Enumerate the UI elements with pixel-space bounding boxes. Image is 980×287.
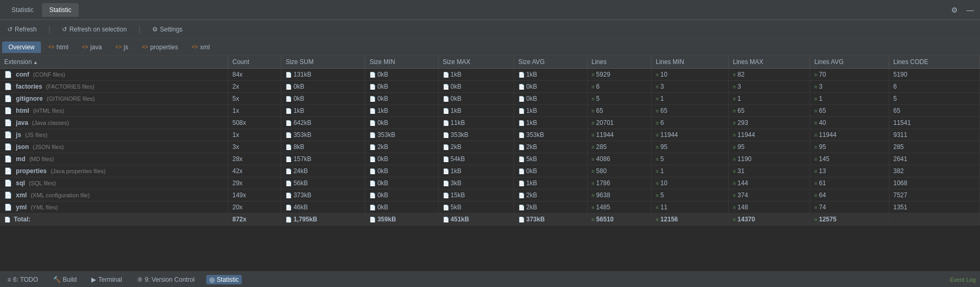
file-icon-4: 📄	[4, 119, 12, 126]
tab-properties[interactable]: <> properties	[135, 41, 184, 53]
tab-xml[interactable]: <> xml	[186, 41, 216, 53]
cell-size-min-1: 📄0kB	[365, 81, 438, 93]
bottom-bar: ≡ 6: TODO 🔨 Build ▶ Terminal ⑨ 9: Versio…	[0, 271, 980, 287]
tab-html[interactable]: <> html	[42, 41, 74, 53]
cell-lines-min-11: ≡11	[652, 201, 729, 214]
cell-count-1: 2x	[228, 81, 281, 93]
table-row[interactable]: 📄 yml (YML files) 20x 📄46kB 📄0kB 📄5kB 📄2…	[0, 201, 980, 214]
file-icon-0: 📄	[4, 71, 12, 78]
cell-size-avg-9: 📄1kB	[514, 177, 587, 189]
col-header-size-min[interactable]: Size MIN	[365, 56, 438, 69]
tab-js[interactable]: <> js	[109, 41, 134, 53]
cell-size-max-7: 📄54kB	[438, 153, 514, 165]
cell-lines-5: ≡11944	[587, 129, 652, 141]
event-log[interactable]: Event Log	[950, 277, 976, 283]
tab-xml-icon: <>	[192, 44, 198, 50]
cell-size-avg-5: 📄353kB	[514, 129, 587, 141]
tab-properties-label: properties	[150, 44, 178, 51]
cell-lines-max-7: ≡1190	[728, 153, 809, 165]
cell-lines-min-10: ≡5	[652, 189, 729, 201]
table-row[interactable]: 📄 java (Java classes) 508x 📄642kB 📄0kB 📄…	[0, 117, 980, 129]
cell-lines-8: ≡580	[587, 165, 652, 177]
table-row[interactable]: 📄 sql (SQL files) 29x 📄56kB 📄0kB 📄3kB 📄1…	[0, 177, 980, 189]
file-icon-11: 📄	[4, 204, 12, 211]
separator-1: |	[48, 25, 50, 34]
settings-button[interactable]: ⚙ Settings	[149, 24, 186, 35]
cell-count-9: 29x	[228, 177, 281, 189]
total-lines-max: ≡14370	[728, 214, 809, 226]
cell-size-max-11: 📄5kB	[438, 201, 514, 214]
bottom-statistic[interactable]: ◎ Statistic	[206, 275, 242, 284]
table-row[interactable]: 📄 properties (Java properties files) 42x…	[0, 165, 980, 177]
cell-lines-avg-11: ≡74	[810, 201, 889, 214]
cell-lines-max-5: ≡11944	[728, 129, 809, 141]
cell-size-max-3: 📄1kB	[438, 105, 514, 117]
statistics-table: Extension Count Size SUM Size MIN Size M…	[0, 56, 980, 226]
table-row[interactable]: 📄 xml (XML configuration file) 149x 📄373…	[0, 189, 980, 201]
cell-size-min-3: 📄1kB	[365, 105, 438, 117]
table-total-row: 📄 Total: 872x 📄1,795kB 📄359kB 📄451kB 📄37…	[0, 214, 980, 226]
cell-size-avg-4: 📄1kB	[514, 117, 587, 129]
table-row[interactable]: 📄 factories (FACTORIES files) 2x 📄0kB 📄0…	[0, 81, 980, 93]
col-header-lines-avg[interactable]: Lines AVG	[810, 56, 889, 69]
tab-overview[interactable]: Overview	[2, 41, 41, 53]
cell-size-avg-7: 📄5kB	[514, 153, 587, 165]
cell-size-avg-11: 📄2kB	[514, 201, 587, 214]
cell-lines-min-9: ≡10	[652, 177, 729, 189]
cell-lines-avg-10: ≡64	[810, 189, 889, 201]
cell-size-max-9: 📄3kB	[438, 177, 514, 189]
cell-ext-6: 📄 json (JSON files)	[0, 141, 228, 153]
tab-js-icon: <>	[115, 44, 122, 50]
col-header-lines[interactable]: Lines	[587, 56, 652, 69]
cell-size-avg-1: 📄0kB	[514, 81, 587, 93]
cell-lines-code-3: 65	[889, 105, 979, 117]
col-header-lines-max[interactable]: Lines MAX	[728, 56, 809, 69]
cell-size-sum-10: 📄373kB	[281, 189, 365, 201]
table-row[interactable]: 📄 js (JS files) 1x 📄353kB 📄353kB 📄353kB …	[0, 129, 980, 141]
cell-size-sum-1: 📄0kB	[281, 81, 365, 93]
refresh-on-selection-button[interactable]: ↺ Refresh on selection	[59, 24, 130, 35]
col-header-lines-min[interactable]: Lines MIN	[652, 56, 729, 69]
separator-2: |	[139, 25, 141, 34]
cell-lines-max-0: ≡82	[728, 69, 809, 81]
col-header-extension[interactable]: Extension	[0, 56, 228, 69]
file-icon-8: 📄	[4, 167, 12, 175]
build-label: Build	[63, 276, 77, 283]
file-icon-3: 📄	[4, 107, 12, 114]
table-row[interactable]: 📄 html (HTML files) 1x 📄1kB 📄1kB 📄1kB 📄1…	[0, 105, 980, 117]
title-tab-1[interactable]: Statistic	[4, 3, 41, 17]
cell-lines-1: ≡6	[587, 81, 652, 93]
refresh-button[interactable]: ↺ Refresh	[4, 24, 40, 35]
cell-lines-code-7: 2641	[889, 153, 979, 165]
col-header-size-avg[interactable]: Size AVG	[514, 56, 587, 69]
cell-lines-max-1: ≡3	[728, 81, 809, 93]
cell-lines-code-10: 7527	[889, 189, 979, 201]
bottom-terminal[interactable]: ▶ Terminal	[88, 275, 125, 284]
total-label: 📄 Total:	[0, 214, 228, 226]
table-row[interactable]: 📄 md (MD files) 28x 📄157kB 📄0kB 📄54kB 📄5…	[0, 153, 980, 165]
tab-java[interactable]: <> java	[76, 41, 108, 53]
col-header-lines-code[interactable]: Lines CODE	[889, 56, 979, 69]
minimize-icon[interactable]: —	[964, 5, 976, 15]
bottom-version-control[interactable]: ⑨ 9: Version Control	[134, 275, 198, 284]
cell-lines-code-8: 382	[889, 165, 979, 177]
cell-size-sum-11: 📄46kB	[281, 201, 365, 214]
bottom-todo[interactable]: ≡ 6: TODO	[4, 275, 41, 284]
bottom-build[interactable]: 🔨 Build	[50, 275, 80, 284]
title-tab-2[interactable]: Statistic	[42, 3, 79, 17]
col-header-count[interactable]: Count	[228, 56, 281, 69]
table-row[interactable]: 📄 gitignore (GITIGNORE files) 5x 📄0kB 📄0…	[0, 93, 980, 105]
cell-size-min-0: 📄0kB	[365, 69, 438, 81]
col-header-size-sum[interactable]: Size SUM	[281, 56, 365, 69]
table-row[interactable]: 📄 json (JSON files) 3x 📄8kB 📄2kB 📄2kB 📄2…	[0, 141, 980, 153]
cell-ext-10: 📄 xml (XML configuration file)	[0, 189, 228, 201]
statistic-label: Statistic	[217, 276, 239, 283]
cell-size-max-5: 📄353kB	[438, 129, 514, 141]
title-tabs: Statistic Statistic	[4, 3, 79, 17]
cell-size-min-4: 📄0kB	[365, 117, 438, 129]
col-header-size-max[interactable]: Size MAX	[438, 56, 514, 69]
cell-count-6: 3x	[228, 141, 281, 153]
cell-ext-3: 📄 html (HTML files)	[0, 105, 228, 117]
table-row[interactable]: 📄 conf (CONF files) 84x 📄131kB 📄0kB 📄1kB…	[0, 69, 980, 81]
settings-icon[interactable]: ⚙	[949, 5, 960, 15]
